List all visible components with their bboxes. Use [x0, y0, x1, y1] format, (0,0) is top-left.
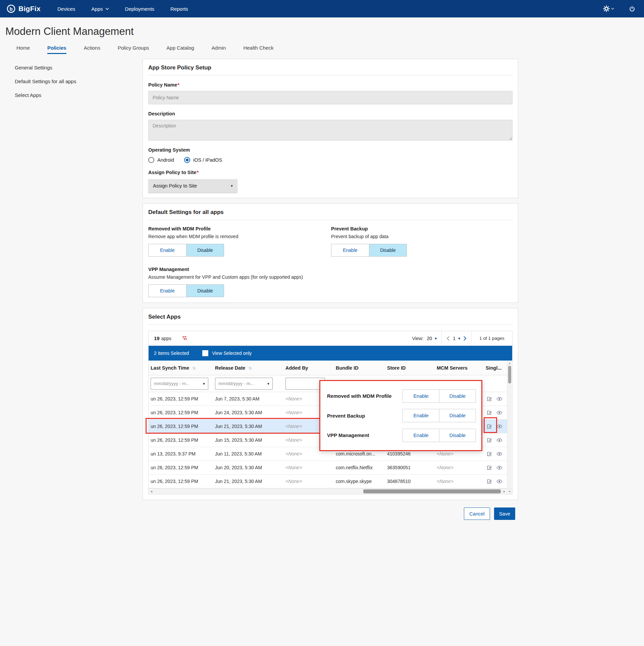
edit-icon[interactable] [486, 437, 492, 443]
form-actions: Cancel Save [143, 507, 515, 520]
setting-vpp-management: VPP Management Assume Management for VPP… [148, 267, 331, 297]
caret-down-icon: ▾ [435, 336, 437, 340]
cell-release-date: Jun 21, 2023, 5:30 AM [213, 424, 283, 429]
popover-enable-button[interactable]: Enable [402, 409, 439, 422]
popover-disable-button[interactable]: Disable [439, 429, 476, 442]
tab-policies[interactable]: Policies [47, 45, 66, 54]
nav-devices[interactable]: Devices [49, 0, 83, 17]
edit-icon[interactable] [486, 410, 492, 416]
description-input[interactable] [148, 120, 513, 141]
popover-enable-button[interactable]: Enable [402, 429, 439, 442]
tab-health-check[interactable]: Health Check [243, 45, 273, 54]
setting-prevent-backup: Prevent Backup Prevent backup of app dat… [331, 226, 513, 257]
assign-policy-label: Assign Policy to Site* [148, 170, 513, 175]
sort-icon[interactable]: ↑↓ [192, 365, 195, 370]
synch-time-date-filter[interactable]: mm/dd/yyyy - m...▾ [151, 378, 208, 390]
cell-bundle-id: com.netflix.Netflix [334, 465, 385, 470]
policy-name-input[interactable] [148, 91, 513, 104]
tab-actions[interactable]: Actions [84, 45, 100, 54]
policy-sections-sidebar: General Settings Default Settings for al… [0, 59, 143, 520]
cell-last-synch: un 26, 2023, 12:59 PM [149, 396, 213, 401]
edit-icon[interactable] [486, 396, 492, 402]
release-date-filter[interactable]: mm/dd/yyyy - m...▾ [215, 378, 273, 390]
scroll-down-arrow-icon[interactable]: ▾ [507, 489, 512, 494]
enable-button[interactable]: Enable [149, 285, 186, 297]
horizontal-scroll-thumb[interactable] [363, 489, 501, 493]
caret-down-icon: ▾ [458, 336, 460, 340]
edit-icon[interactable] [486, 451, 492, 457]
assign-policy-select[interactable]: Assign Policy to Site ▾ [148, 179, 237, 193]
nav-reports[interactable]: Reports [162, 0, 196, 17]
cell-release-date: Jun 15, 2023, 5:30 AM [213, 437, 283, 443]
tab-app-catalog[interactable]: App Catalog [166, 45, 194, 54]
edit-icon[interactable] [486, 424, 492, 429]
view-selected-only-checkbox[interactable] [202, 350, 208, 356]
tab-home[interactable]: Home [16, 45, 30, 54]
popover-vpp-management: VPP Management Enable Disable [327, 429, 476, 442]
nav-deployments[interactable]: Deployments [117, 0, 163, 17]
scroll-left-arrow-icon[interactable]: ◂ [149, 489, 154, 494]
vertical-scrollbar[interactable]: ▴ [507, 361, 512, 488]
logout-button[interactable] [629, 6, 635, 12]
save-button[interactable]: Save [494, 507, 515, 520]
table-toolbar: 19 apps View: 20 ▾ [149, 331, 512, 346]
sort-icon[interactable]: ↑↓ [248, 365, 251, 370]
view-icon[interactable] [496, 396, 502, 402]
horizontal-scrollbar[interactable]: ◂ ▸ ▾ [149, 488, 512, 494]
scroll-right-arrow-icon[interactable]: ▸ [501, 489, 507, 494]
popover-disable-button[interactable]: Disable [439, 409, 476, 422]
table-row[interactable]: un 26, 2023, 12:59 PM Jun 20, 2023, 5:30… [149, 461, 508, 475]
next-page-button[interactable] [464, 336, 467, 341]
view-icon[interactable] [496, 410, 502, 416]
cell-mcm-servers: <None> [435, 451, 484, 456]
cancel-button[interactable]: Cancel [464, 507, 490, 520]
nav-apps[interactable]: Apps [83, 0, 117, 17]
radio-circle-checked-icon [184, 157, 190, 163]
horizontal-scroll-track[interactable] [154, 489, 501, 494]
setting-name: VPP Management [148, 267, 331, 272]
assign-policy-label-text: Assign Policy to Site [148, 170, 196, 175]
previous-page-button[interactable] [446, 336, 449, 341]
cell-bundle-id: com.skype.skype [334, 479, 385, 484]
table-row[interactable]: un 26, 2023, 12:59 PM Jun 21, 2023, 5:30… [149, 475, 508, 488]
disable-button[interactable]: Disable [186, 285, 224, 297]
settings-menu-button[interactable] [603, 5, 614, 12]
policy-name-label: Policy Name* [148, 82, 513, 88]
caret-down-icon: ▾ [203, 382, 205, 386]
main-content: App Store Policy Setup Policy Name* Desc… [143, 59, 518, 520]
view-icon[interactable] [496, 465, 502, 471]
edit-icon[interactable] [486, 465, 492, 471]
popover-enable-button[interactable]: Enable [402, 389, 439, 403]
view-icon[interactable] [496, 424, 502, 429]
page-size-select[interactable]: 20 ▾ [427, 336, 437, 341]
radio-ios-ipados[interactable]: iOS / iPadOS [184, 157, 222, 163]
topnav-utilities [603, 5, 644, 12]
tab-admin[interactable]: Admin [212, 45, 226, 54]
section-title: Select Apps [148, 314, 513, 325]
bigfix-logo[interactable]: b BigFix [0, 4, 49, 13]
disable-button[interactable]: Disable [369, 244, 407, 256]
enable-button[interactable]: Enable [149, 244, 186, 256]
enable-button[interactable]: Enable [331, 244, 369, 256]
clear-filter-button[interactable] [182, 335, 187, 341]
edit-icon[interactable] [486, 479, 492, 484]
view-icon[interactable] [496, 479, 502, 484]
cell-release-date: Jun 7, 2023, 5:30 AM [213, 396, 283, 401]
selection-bar: 2 Items Selected View Selected only [149, 346, 512, 361]
power-icon [629, 6, 635, 12]
scroll-up-arrow-icon[interactable]: ▴ [507, 361, 512, 365]
tab-policy-groups[interactable]: Policy Groups [118, 45, 149, 54]
disable-button[interactable]: Disable [186, 244, 224, 256]
view-icon[interactable] [496, 437, 502, 443]
description-label: Description [148, 111, 513, 116]
sidebar-item-select-apps[interactable]: Select Apps [15, 92, 143, 98]
sidebar-item-general-settings[interactable]: General Settings [15, 65, 143, 70]
page-number-select[interactable]: 1 ▾ [453, 336, 460, 341]
popover-disable-button[interactable]: Disable [439, 389, 476, 403]
sidebar-item-default-settings[interactable]: Default Settings for all apps [15, 78, 143, 84]
view-icon[interactable] [496, 451, 502, 457]
primary-nav: Devices Apps Deployments Reports [49, 0, 196, 17]
vertical-scroll-thumb[interactable] [508, 366, 511, 383]
radio-android[interactable]: Android [148, 157, 174, 163]
caret-down-icon: ▾ [267, 382, 269, 386]
